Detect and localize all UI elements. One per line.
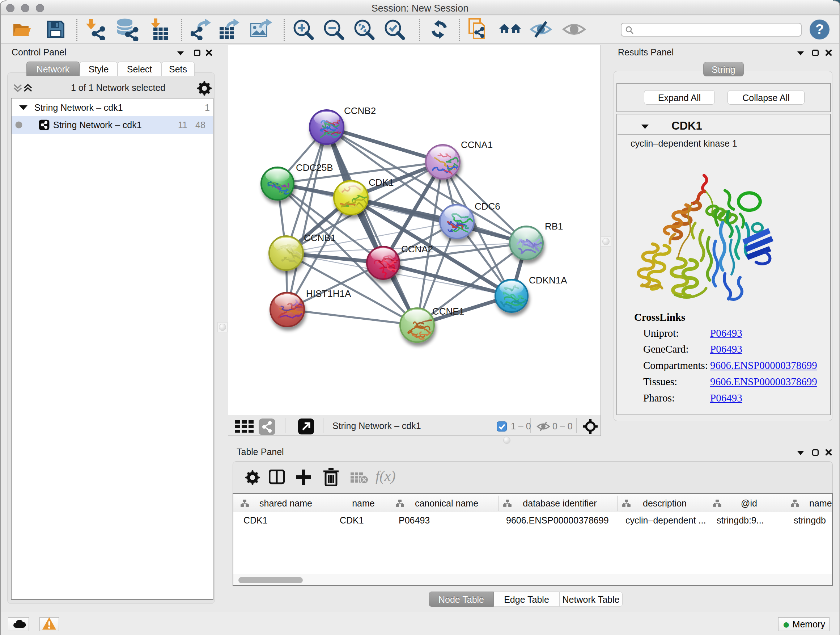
- svg-text:CDC6: CDC6: [475, 201, 500, 212]
- svg-text:CDKN1A: CDKN1A: [529, 275, 567, 286]
- svg-text:CDK1: CDK1: [369, 177, 393, 188]
- svg-text:CCNA2: CCNA2: [401, 244, 433, 255]
- svg-text:CCNE1: CCNE1: [432, 306, 464, 317]
- svg-text:CCNB1: CCNB1: [304, 233, 336, 243]
- svg-text:CCNA1: CCNA1: [461, 139, 493, 150]
- svg-text:CCNB2: CCNB2: [344, 105, 376, 116]
- svg-text:RB1: RB1: [545, 221, 563, 232]
- svg-text:CDC25B: CDC25B: [296, 162, 333, 173]
- svg-text:HIST1H1A: HIST1H1A: [306, 288, 351, 299]
